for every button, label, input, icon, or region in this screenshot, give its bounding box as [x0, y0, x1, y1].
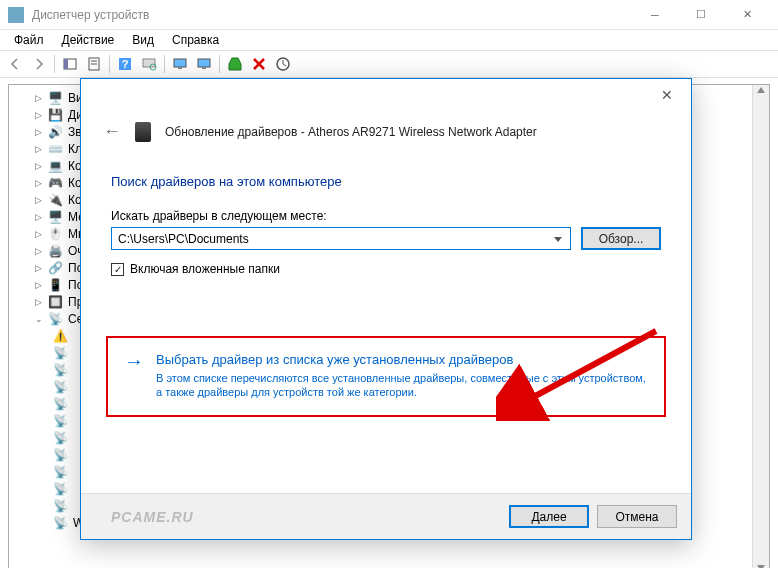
svg-rect-11 — [198, 59, 210, 67]
forward-button[interactable] — [28, 53, 50, 75]
network-icon: 📡 — [48, 312, 64, 326]
path-combobox[interactable]: C:\Users\PC\Documents — [111, 227, 571, 250]
controller-icon: 🎮 — [48, 176, 64, 190]
scrollbar[interactable] — [752, 85, 769, 568]
monitor2-button[interactable] — [193, 53, 215, 75]
adapter-icon: 📡 — [53, 363, 69, 377]
dialog-heading: Поиск драйверов на этом компьютере — [81, 156, 691, 195]
video-icon: 🖥️ — [48, 91, 64, 105]
port-icon: 🔗 — [48, 261, 64, 275]
dialog-title: Обновление драйверов - Atheros AR9271 Wi… — [165, 125, 537, 139]
window-title: Диспетчер устройств — [32, 8, 632, 22]
menubar: Файл Действие Вид Справка — [0, 30, 778, 50]
show-panel-button[interactable] — [59, 53, 81, 75]
expander-icon[interactable]: ▷ — [33, 262, 44, 273]
device-icon — [135, 122, 151, 142]
include-subfolders-label: Включая вложенные папки — [130, 262, 280, 276]
separator — [54, 55, 55, 73]
keyboard-icon: ⌨️ — [48, 142, 64, 156]
expander-icon[interactable]: ▷ — [33, 279, 44, 290]
expander-icon[interactable]: ▷ — [33, 92, 44, 103]
properties-button[interactable] — [83, 53, 105, 75]
menu-action[interactable]: Действие — [54, 31, 123, 49]
svg-rect-1 — [64, 59, 68, 69]
svg-line-14 — [526, 331, 656, 401]
svg-rect-12 — [202, 67, 206, 69]
monitor-icon: 🖥️ — [48, 210, 64, 224]
remove-button[interactable] — [248, 53, 270, 75]
dialog-close-button[interactable]: ✕ — [651, 83, 683, 107]
adapter-icon: 📡 — [53, 499, 69, 513]
back-button[interactable] — [4, 53, 26, 75]
refresh-button[interactable] — [272, 53, 294, 75]
svg-rect-10 — [178, 67, 182, 69]
separator — [219, 55, 220, 73]
path-value: C:\Users\PC\Documents — [118, 232, 249, 246]
adapter-icon: 📡 — [53, 465, 69, 479]
adapter-icon: 📡 — [53, 482, 69, 496]
adapter-icon: 📡 — [53, 380, 69, 394]
adapter-icon: 📡 — [53, 516, 69, 530]
svg-text:?: ? — [122, 58, 129, 70]
expander-icon[interactable]: ▷ — [33, 296, 44, 307]
adapter-warn-icon: ⚠️ — [53, 329, 69, 343]
adapter-icon: 📡 — [53, 448, 69, 462]
mouse-icon: 🖱️ — [48, 227, 64, 241]
close-button[interactable]: ✕ — [724, 0, 770, 30]
adapter-icon: 📡 — [53, 431, 69, 445]
checkbox-icon[interactable]: ✓ — [111, 263, 124, 276]
adapter-icon: 📡 — [53, 414, 69, 428]
include-subfolders-row[interactable]: ✓ Включая вложенные папки — [111, 262, 661, 276]
menu-help[interactable]: Справка — [164, 31, 227, 49]
next-button[interactable]: Далее — [509, 505, 589, 528]
help-button[interactable]: ? — [114, 53, 136, 75]
annotation-arrow — [496, 321, 676, 425]
disk-icon: 💾 — [48, 108, 64, 122]
maximize-button[interactable]: ☐ — [678, 0, 724, 30]
expander-icon[interactable]: ▷ — [33, 126, 44, 137]
menu-file[interactable]: Файл — [6, 31, 52, 49]
add-device-button[interactable] — [224, 53, 246, 75]
dialog-header: ← Обновление драйверов - Atheros AR9271 … — [81, 79, 691, 156]
sound-icon: 🔊 — [48, 125, 64, 139]
monitor1-button[interactable] — [169, 53, 191, 75]
separator — [109, 55, 110, 73]
expander-icon[interactable]: ▷ — [33, 143, 44, 154]
driver-update-dialog: ✕ ← Обновление драйверов - Atheros AR927… — [80, 78, 692, 540]
minimize-button[interactable]: ─ — [632, 0, 678, 30]
cancel-button[interactable]: Отмена — [597, 505, 677, 528]
adapter-icon: 📡 — [53, 397, 69, 411]
app-icon — [8, 7, 24, 23]
computer-icon: 💻 — [48, 159, 64, 173]
window-controls: ─ ☐ ✕ — [632, 0, 770, 30]
dialog-body: Искать драйверы в следующем месте: C:\Us… — [81, 195, 691, 276]
svg-rect-7 — [143, 59, 155, 67]
dialog-footer: PCAME.RU Далее Отмена — [81, 493, 691, 539]
expander-icon[interactable]: ▷ — [33, 160, 44, 171]
expander-icon[interactable]: ▷ — [33, 109, 44, 120]
expander-icon[interactable]: ▷ — [33, 211, 44, 222]
expander-icon[interactable]: ▷ — [33, 194, 44, 205]
back-icon[interactable]: ← — [103, 121, 121, 142]
menu-view[interactable]: Вид — [124, 31, 162, 49]
watermark: PCAME.RU — [111, 509, 194, 525]
expander-icon[interactable]: ▷ — [33, 228, 44, 239]
arrow-right-icon: → — [124, 350, 144, 399]
expander-icon[interactable]: ⌄ — [33, 313, 44, 324]
search-location-label: Искать драйверы в следующем месте: — [111, 209, 661, 223]
svg-rect-9 — [174, 59, 186, 67]
toolbar: ? — [0, 50, 778, 78]
browse-button[interactable]: Обзор... — [581, 227, 661, 250]
printer-icon: 🖨️ — [48, 244, 64, 258]
scan-button[interactable] — [138, 53, 160, 75]
expander-icon[interactable]: ▷ — [33, 177, 44, 188]
adapter-icon: 📡 — [53, 346, 69, 360]
processor-icon: 🔲 — [48, 295, 64, 309]
path-row: C:\Users\PC\Documents Обзор... — [111, 227, 661, 250]
portable-icon: 📱 — [48, 278, 64, 292]
titlebar: Диспетчер устройств ─ ☐ ✕ — [0, 0, 778, 30]
usb-icon: 🔌 — [48, 193, 64, 207]
separator — [164, 55, 165, 73]
expander-icon[interactable]: ▷ — [33, 245, 44, 256]
